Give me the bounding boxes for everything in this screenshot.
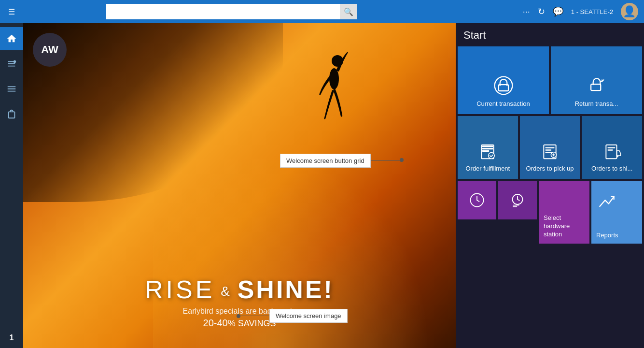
svg-rect-5: [591, 84, 601, 90]
tile-clock-1[interactable]: [458, 181, 496, 219]
tile-return-transaction[interactable]: Return transa...: [551, 46, 642, 114]
more-options-icon[interactable]: ···: [523, 7, 530, 17]
welcome-area: AW RISE & SHINE! Earlybird specials are …: [23, 23, 456, 348]
start-label: Start: [456, 23, 644, 46]
savings-percent: 20-40: [203, 318, 228, 328]
refresh-icon[interactable]: ↻: [538, 6, 545, 17]
tile-clock-list[interactable]: [498, 181, 537, 219]
chat-icon[interactable]: 💬: [553, 6, 563, 17]
welcome-background: AW RISE & SHINE! Earlybird specials are …: [23, 23, 456, 348]
hamburger-button[interactable]: ☰: [0, 0, 23, 23]
tile-return-transaction-label: Return transa...: [572, 100, 621, 107]
search-bar: 🔍: [106, 4, 357, 19]
aw-logo: AW: [33, 33, 67, 67]
search-button[interactable]: 🔍: [340, 4, 357, 19]
bag-icon: [6, 109, 17, 119]
svg-point-19: [616, 156, 618, 158]
top-right-actions: ··· ↻ 💬 1 - SEATTLE-2 👤: [523, 3, 644, 20]
sidebar: 1: [0, 23, 23, 348]
clock-list-icon: [509, 191, 526, 209]
store-label: 1 - SEATTLE-2: [571, 8, 613, 15]
callout-welcome-image-label: Welcome screen image: [269, 309, 348, 323]
right-panel: Start Current transaction Return transa.…: [456, 23, 644, 348]
tile-current-transaction[interactable]: Current transaction: [458, 46, 549, 114]
search-input[interactable]: [106, 4, 357, 19]
sidebar-number: 1: [10, 334, 14, 342]
tile-orders-ship-label: Orders to shi...: [588, 165, 635, 172]
tile-row-3: Select hardware station Reports: [456, 181, 644, 244]
reports-icon: [596, 190, 617, 212]
sidebar-item-menu[interactable]: [0, 77, 23, 101]
tile-order-fulfillment[interactable]: Order fulfillment: [458, 116, 518, 179]
tile-order-fulfillment-label: Order fulfillment: [462, 165, 513, 172]
svg-rect-12: [545, 147, 554, 148]
tile-reports[interactable]: Reports: [591, 181, 642, 244]
tile-select-hardware-station[interactable]: Select hardware station: [539, 181, 589, 244]
menu-icon: [6, 84, 17, 94]
return-transaction-icon: [586, 75, 607, 96]
callout-dot-btn-grid: [400, 158, 404, 162]
svg-point-0: [14, 60, 16, 63]
svg-rect-8: [482, 150, 489, 152]
search-icon: 🔍: [344, 7, 353, 16]
svg-rect-16: [606, 145, 616, 159]
svg-point-2: [329, 68, 339, 89]
callout-line-img: [240, 316, 269, 316]
order-fulfillment-icon: [478, 143, 497, 161]
sidebar-item-catalog[interactable]: [0, 52, 23, 75]
home-icon: [6, 33, 17, 44]
sidebar-item-home[interactable]: [0, 27, 23, 50]
tile-orders-ship[interactable]: Orders to shi...: [582, 116, 642, 179]
callout-button-grid-label: Welcome screen button grid: [280, 154, 371, 168]
welcome-headline: RISE & SHINE!: [145, 275, 334, 304]
sidebar-item-bag[interactable]: [0, 102, 23, 126]
top-bar: ☰ 🔍 ··· ↻ 💬 1 - SEATTLE-2 👤: [0, 0, 644, 23]
headline-bold: SHINE!: [238, 276, 334, 304]
tile-orders-pickup-label: Orders to pick up: [523, 165, 576, 172]
svg-rect-6: [482, 145, 493, 147]
svg-point-10: [489, 153, 495, 159]
catalog-icon: [6, 58, 17, 69]
svg-rect-17: [607, 147, 615, 148]
tile-orders-pickup[interactable]: Orders to pick up: [520, 116, 580, 179]
callout-line-btn-grid: [371, 160, 400, 161]
svg-rect-7: [482, 148, 493, 149]
hamburger-icon: ☰: [8, 7, 15, 16]
headline-amp: &: [215, 284, 237, 299]
headline-regular: RISE: [145, 276, 215, 304]
climber-silhouette: [301, 47, 359, 154]
callout-dot-img: [237, 314, 240, 318]
tile-row-1: Current transaction Return transa...: [456, 46, 644, 114]
callout-button-grid: Welcome screen button grid: [280, 154, 404, 168]
orders-pickup-icon: [541, 143, 559, 161]
svg-rect-13: [545, 149, 551, 150]
tile-select-hardware-station-label: Select hardware station: [544, 214, 585, 239]
svg-rect-18: [607, 149, 613, 150]
clock-icon-1: [468, 191, 486, 209]
tile-reports-label: Reports: [596, 232, 637, 239]
current-transaction-icon: [493, 75, 514, 96]
orders-ship-icon: [603, 143, 621, 161]
callout-welcome-image: Welcome screen image: [237, 309, 348, 323]
user-avatar[interactable]: 👤: [621, 3, 638, 20]
tile-current-transaction-label: Current transaction: [474, 100, 533, 107]
tile-row-2: Order fulfillment Orders to pick up: [456, 116, 644, 179]
